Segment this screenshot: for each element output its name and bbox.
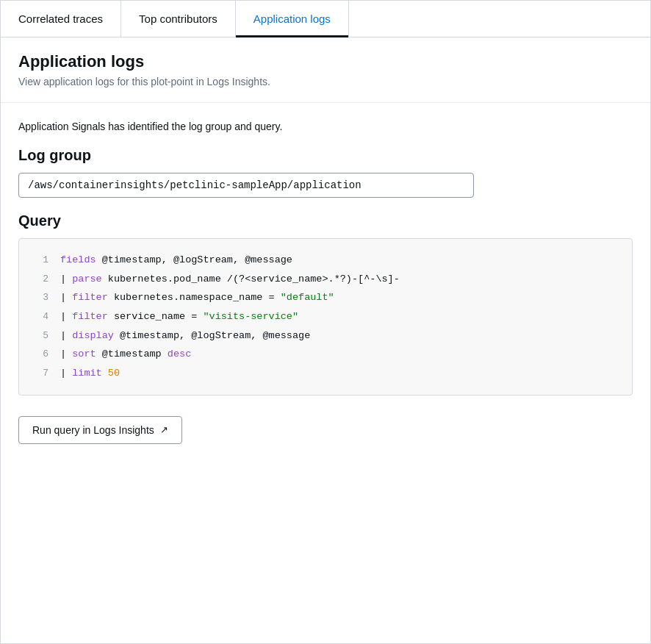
main-body: Application Signals has identified the l… (1, 103, 650, 462)
line-number-1: 1 (31, 251, 48, 270)
line-number-5: 5 (31, 327, 48, 346)
tab-bar: Correlated traces Top contributors Appli… (1, 1, 650, 37)
code-line-7: 7 | limit 50 (31, 364, 620, 383)
identified-message: Application Signals has identified the l… (18, 121, 633, 132)
run-query-button[interactable]: Run query in Logs Insights ↗ (18, 416, 182, 444)
tab-application-logs[interactable]: Application logs (236, 1, 349, 37)
code-line-2: 2 | parse kubernetes.pod_name /(?<servic… (31, 270, 620, 289)
tab-correlated-traces[interactable]: Correlated traces (1, 1, 121, 37)
code-line-5: 5 | display @timestamp, @logStream, @mes… (31, 326, 620, 346)
query-label: Query (18, 212, 633, 229)
line-number-3: 3 (31, 289, 48, 307)
line-number-4: 4 (31, 308, 48, 326)
code-line-6: 6 | sort @timestamp desc (31, 345, 620, 364)
external-link-icon: ↗ (160, 424, 168, 435)
query-code-block: 1 fields @timestamp, @logStream, @messag… (18, 238, 633, 396)
content-header: Application logs View application logs f… (1, 37, 650, 103)
main-container: Correlated traces Top contributors Appli… (0, 0, 651, 644)
line-number-2: 2 (31, 271, 48, 289)
line-number-7: 7 (31, 365, 48, 383)
code-line-4: 4 | filter service_name = "visits-servic… (31, 307, 620, 326)
run-button-label: Run query in Logs Insights (32, 424, 154, 436)
tab-top-contributors[interactable]: Top contributors (121, 1, 236, 37)
code-line-3: 3 | filter kubernetes.namespace_name = "… (31, 288, 620, 307)
line-number-6: 6 (31, 346, 48, 364)
tab-content: Application logs View application logs f… (1, 37, 650, 643)
page-title: Application logs (18, 52, 633, 71)
page-subtitle: View application logs for this plot-poin… (18, 76, 633, 87)
log-group-value[interactable]: /aws/containerinsights/petclinic-sampleA… (18, 173, 474, 198)
log-group-label: Log group (18, 147, 633, 164)
code-line-1: 1 fields @timestamp, @logStream, @messag… (31, 251, 620, 270)
